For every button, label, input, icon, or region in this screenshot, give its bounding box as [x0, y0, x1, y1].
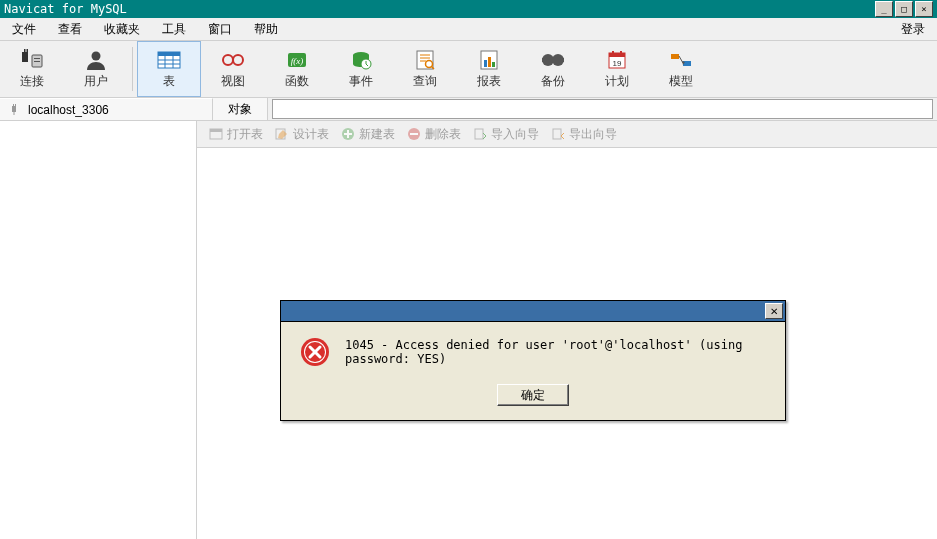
minimize-button[interactable]: _: [875, 1, 893, 17]
model-icon: [667, 49, 695, 71]
svg-rect-50: [210, 129, 222, 132]
import-icon: [473, 127, 487, 141]
tool-query[interactable]: 查询: [393, 41, 457, 97]
dialog-ok-button[interactable]: 确定: [497, 384, 569, 406]
svg-rect-58: [553, 129, 561, 139]
tool-table[interactable]: 表: [137, 41, 201, 97]
menu-file[interactable]: 文件: [4, 19, 44, 40]
svg-rect-56: [410, 133, 418, 135]
menu-bar: 文件 查看 收藏夹 工具 窗口 帮助 登录: [0, 18, 937, 41]
svg-rect-8: [158, 52, 180, 56]
svg-rect-5: [34, 61, 40, 62]
tool-report[interactable]: 报表: [457, 41, 521, 97]
open-icon: [209, 127, 223, 141]
dialog-message: 1045 - Access denied for user 'root'@'lo…: [345, 338, 767, 366]
export-wizard-button[interactable]: 导出向导: [547, 124, 621, 145]
close-button[interactable]: ×: [915, 1, 933, 17]
plug-icon: [18, 49, 46, 71]
login-link[interactable]: 登录: [893, 19, 933, 40]
tool-view-label: 视图: [221, 73, 245, 90]
svg-point-14: [233, 55, 243, 65]
tool-connect[interactable]: 连接: [0, 41, 64, 97]
tool-user[interactable]: 用户: [64, 41, 128, 97]
svg-rect-30: [492, 62, 495, 67]
svg-rect-28: [484, 60, 487, 67]
window-controls: _ □ ×: [873, 1, 933, 17]
event-icon: [347, 49, 375, 71]
plug-small-icon: [8, 103, 22, 117]
tool-schedule-label: 计划: [605, 73, 629, 90]
svg-rect-37: [609, 53, 625, 57]
tool-report-label: 报表: [477, 73, 501, 90]
new-table-button[interactable]: 新建表: [337, 124, 399, 145]
function-icon: f(x): [283, 49, 311, 71]
object-toolbar: 打开表 设计表 新建表 删除表 导入向导 导出向导: [197, 121, 937, 148]
tool-model[interactable]: 模型: [649, 41, 713, 97]
svg-point-13: [223, 55, 233, 65]
svg-rect-47: [15, 104, 16, 107]
tool-backup-label: 备份: [541, 73, 565, 90]
app-title: Navicat for MySQL: [4, 0, 127, 18]
design-table-button[interactable]: 设计表: [271, 124, 333, 145]
plus-icon: [341, 127, 355, 141]
error-icon: [299, 336, 331, 368]
query-icon: [411, 49, 439, 71]
object-tab[interactable]: 对象: [213, 98, 268, 120]
svg-text:f(x): f(x): [291, 56, 304, 66]
svg-rect-1: [24, 49, 26, 53]
svg-rect-4: [34, 58, 40, 59]
report-icon: [475, 49, 503, 71]
menu-view[interactable]: 查看: [50, 19, 90, 40]
tool-schedule[interactable]: 19 计划: [585, 41, 649, 97]
tool-view[interactable]: 视图: [201, 41, 265, 97]
import-wizard-button[interactable]: 导入向导: [469, 124, 543, 145]
svg-rect-35: [542, 58, 564, 62]
tool-model-label: 模型: [669, 73, 693, 90]
svg-text:19: 19: [613, 59, 622, 68]
connection-tab[interactable]: localhost_3306: [0, 98, 213, 120]
tool-function-label: 函数: [285, 73, 309, 90]
tool-function[interactable]: f(x) 函数: [265, 41, 329, 97]
svg-rect-41: [671, 54, 679, 59]
svg-rect-39: [620, 51, 622, 55]
svg-rect-29: [488, 57, 491, 67]
menu-tools[interactable]: 工具: [154, 19, 194, 40]
tool-table-label: 表: [163, 73, 175, 90]
open-table-button[interactable]: 打开表: [205, 124, 267, 145]
tool-backup[interactable]: 备份: [521, 41, 585, 97]
dialog-title-bar[interactable]: ✕: [281, 301, 785, 322]
menu-favorites[interactable]: 收藏夹: [96, 19, 148, 40]
svg-rect-46: [13, 104, 14, 107]
address-input[interactable]: [272, 99, 933, 119]
object-tab-label: 对象: [228, 101, 252, 118]
svg-rect-38: [612, 51, 614, 55]
maximize-button[interactable]: □: [895, 1, 913, 17]
svg-rect-2: [27, 49, 29, 53]
dialog-close-button[interactable]: ✕: [765, 303, 783, 319]
schedule-icon: 19: [603, 49, 631, 71]
minus-icon: [407, 127, 421, 141]
menu-help[interactable]: 帮助: [246, 19, 286, 40]
export-icon: [551, 127, 565, 141]
user-icon: [82, 49, 110, 71]
svg-rect-57: [475, 129, 483, 139]
toolbar-separator: [132, 47, 133, 91]
menu-window[interactable]: 窗口: [200, 19, 240, 40]
title-bar: Navicat for MySQL _ □ ×: [0, 0, 937, 18]
svg-point-6: [92, 51, 101, 60]
address-area: [268, 98, 937, 120]
tool-user-label: 用户: [84, 73, 108, 90]
view-icon: [219, 49, 247, 71]
tool-query-label: 查询: [413, 73, 437, 90]
delete-table-button[interactable]: 删除表: [403, 124, 465, 145]
tool-connect-label: 连接: [20, 73, 44, 90]
design-icon: [275, 127, 289, 141]
svg-rect-48: [14, 112, 15, 115]
connection-tree[interactable]: [0, 121, 197, 539]
tool-event[interactable]: 事件: [329, 41, 393, 97]
backup-icon: [539, 49, 567, 71]
error-dialog: ✕ 1045 - Access denied for user 'root'@'…: [280, 300, 786, 421]
tool-event-label: 事件: [349, 73, 373, 90]
svg-rect-0: [22, 52, 28, 62]
tab-strip: localhost_3306 对象: [0, 98, 937, 121]
